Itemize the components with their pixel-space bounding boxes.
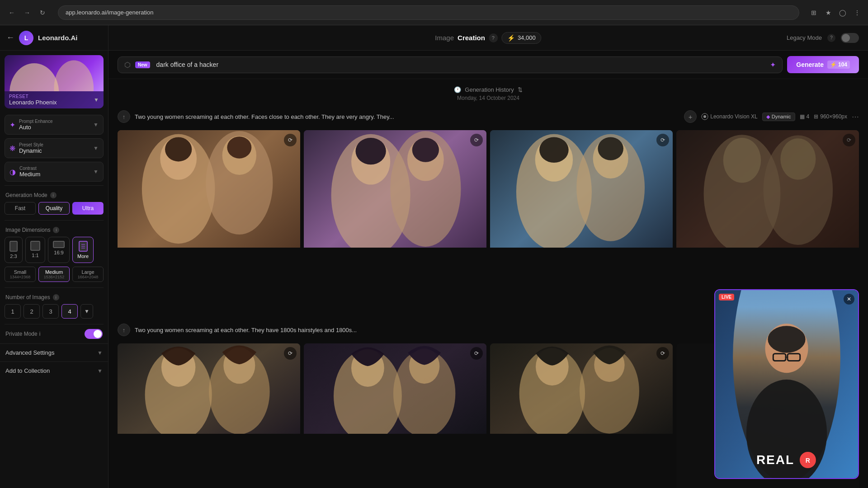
- history-label: 🕐 Generation History ⇅: [118, 79, 859, 95]
- preset-style-control[interactable]: ❋ Preset Style Dynamic ▼: [5, 138, 104, 158]
- dim-more-button[interactable]: More: [72, 237, 94, 263]
- image-action-button-1-1[interactable]: ⟳: [284, 134, 297, 146]
- extensions-icon[interactable]: ⊞: [808, 7, 819, 18]
- image-dimensions-section: Image Dimensions i: [0, 222, 108, 235]
- gen-style-badge: ◆ Dynamic: [762, 113, 795, 121]
- contrast-label: Contrast: [19, 166, 90, 171]
- image-action-button-1-3[interactable]: ⟳: [656, 134, 669, 146]
- image-action-button-1-4[interactable]: ⟳: [843, 134, 855, 146]
- preset-footer: Preset Leonardo Phoenix ▼: [5, 91, 104, 108]
- svg-point-34: [780, 138, 816, 180]
- image-card-1-4[interactable]: ⟳: [676, 130, 859, 313]
- prompt-enhance-control[interactable]: ✦ Prompt Enhance Auto ▼: [5, 115, 104, 135]
- video-text-overlay: REAL R: [756, 451, 817, 469]
- sidebar-back-icon[interactable]: ←: [6, 33, 14, 42]
- image-card-1-2[interactable]: ⟳: [304, 130, 486, 313]
- legacy-help-icon[interactable]: ?: [827, 34, 835, 42]
- size-small-sub: 1344×2368: [7, 275, 33, 279]
- image-action-button-2-3[interactable]: ⟳: [656, 347, 669, 360]
- gen-add-button-1[interactable]: +: [684, 110, 697, 123]
- dim-2-3-label: 2:3: [10, 253, 17, 259]
- video-close-button[interactable]: ✕: [844, 294, 854, 305]
- generate-button[interactable]: Generate ⚡ 104: [787, 56, 859, 73]
- prompt-input[interactable]: [156, 61, 766, 68]
- num-images-info-icon[interactable]: i: [53, 294, 59, 300]
- back-button[interactable]: ←: [5, 6, 18, 19]
- image-action-button-1-2[interactable]: ⟳: [470, 134, 483, 146]
- dim-2-3-icon: [9, 241, 18, 252]
- size-small-button[interactable]: Small 1344×2368: [5, 267, 36, 282]
- image-action-button-2-1[interactable]: ⟳: [284, 347, 297, 360]
- image-card-2-2[interactable]: ⟳: [304, 343, 486, 488]
- image-card-2-1[interactable]: ⟳: [118, 343, 300, 488]
- svg-point-53: [768, 326, 805, 352]
- sidebar-header[interactable]: ← L Leonardo.Ai: [0, 25, 108, 51]
- gen-more-button-1[interactable]: ⋯: [852, 113, 859, 121]
- image-action-button-2-2[interactable]: ⟳: [470, 347, 483, 360]
- image-placeholder-1-3: [490, 130, 673, 248]
- mode-fast-button[interactable]: Fast: [5, 202, 36, 215]
- mode-ultra-button[interactable]: Ultra: [72, 202, 104, 215]
- private-mode-label: Private Mode i: [5, 331, 40, 337]
- forward-button[interactable]: →: [21, 6, 33, 19]
- private-mode-info-icon[interactable]: i: [39, 331, 41, 337]
- gen-up-button-1[interactable]: ↑: [118, 110, 130, 123]
- history-date: Monday, 14 October 2024: [118, 95, 859, 107]
- divider-3: [5, 287, 104, 288]
- private-mode-toggle[interactable]: [85, 329, 103, 339]
- toggle-knob: [94, 330, 102, 338]
- dim-16-9-button[interactable]: 16:9: [48, 237, 70, 263]
- num-4-button[interactable]: 4: [61, 304, 78, 319]
- size-large-button[interactable]: Large 1664×2048: [72, 267, 104, 282]
- mode-quality-button[interactable]: Quality: [38, 202, 70, 215]
- image-dimensions-info-icon[interactable]: i: [53, 227, 59, 233]
- num-3-button[interactable]: 3: [42, 304, 59, 319]
- dim-1-1-label: 1:1: [32, 253, 38, 258]
- cost-icon: ⚡: [830, 61, 837, 68]
- bookmark-icon[interactable]: ★: [823, 7, 834, 18]
- gen-prompt-text-1: Two young women screaming at each other.…: [135, 113, 679, 120]
- contrast-control[interactable]: ◑ Contrast Medium ▼: [5, 162, 104, 182]
- address-bar[interactable]: app.leonardo.ai/image-generation: [58, 5, 799, 20]
- image-grid-1: ⟳: [118, 130, 859, 313]
- top-bar-center: Image Creation ? ⚡ 34,000: [435, 32, 541, 44]
- advanced-settings-accordion[interactable]: Advanced Settings ▼: [0, 343, 108, 361]
- num-more-button[interactable]: ▼: [80, 304, 93, 319]
- size-large-label: Large: [81, 269, 94, 275]
- add-to-collection-chevron-icon: ▼: [97, 368, 103, 374]
- generation-mode-section: Generation Mode i: [0, 188, 108, 200]
- dim-2-3-button[interactable]: 2:3: [5, 237, 23, 263]
- image-svg-1-1: [118, 130, 300, 248]
- tab-creation-label[interactable]: Creation: [458, 34, 485, 42]
- size-medium-button[interactable]: Medium 1536×2152: [38, 267, 70, 282]
- image-card-1-3[interactable]: ⟳: [490, 130, 673, 313]
- image-card-1-1[interactable]: ⟳: [118, 130, 300, 313]
- image-card-2-3[interactable]: ⟳: [490, 343, 673, 488]
- prompt-enhance-icon: ✦: [9, 121, 15, 129]
- reload-button[interactable]: ↻: [36, 6, 49, 19]
- history-clock-icon: 🕐: [454, 86, 461, 93]
- svg-point-28: [539, 137, 569, 163]
- preset-card[interactable]: Preset Leonardo Phoenix ▼: [5, 55, 104, 108]
- num-2-button[interactable]: 2: [24, 304, 40, 319]
- settings-icon[interactable]: ⋮: [852, 7, 863, 18]
- gen-model-icon: Leonardo Vision XL: [701, 113, 758, 120]
- svg-point-14: [165, 137, 192, 162]
- tab-image-label[interactable]: Image: [435, 34, 454, 42]
- history-expand-icon[interactable]: ⇅: [518, 86, 523, 93]
- generation-mode-info-icon[interactable]: i: [50, 192, 57, 198]
- enhance-icon[interactable]: ✦: [770, 61, 776, 69]
- gen-count: ▦ 4: [800, 113, 810, 120]
- profile-icon[interactable]: ◯: [837, 7, 848, 18]
- legacy-mode-toggle[interactable]: [841, 33, 859, 43]
- svg-rect-0: [10, 241, 17, 251]
- dim-more-label: More: [77, 253, 89, 259]
- creation-help-icon[interactable]: ?: [489, 33, 498, 42]
- prompt-area: ⬡ New ✦ Generate ⚡ 104: [108, 51, 868, 79]
- dim-1-1-button[interactable]: 1:1: [25, 237, 45, 263]
- gen-up-button-2[interactable]: ↑: [118, 324, 130, 336]
- dim-more-icon: [79, 241, 88, 252]
- svg-rect-1: [31, 241, 40, 250]
- num-1-button[interactable]: 1: [5, 304, 21, 319]
- add-to-collection-accordion[interactable]: Add to Collection ▼: [0, 361, 108, 380]
